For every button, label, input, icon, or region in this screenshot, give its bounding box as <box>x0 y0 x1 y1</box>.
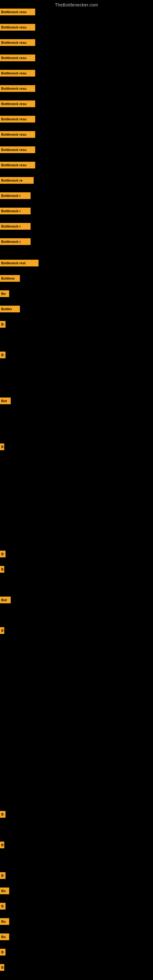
bottleneck-bar-19[interactable]: Bo <box>0 290 9 297</box>
bottleneck-bar-32[interactable]: Bo <box>0 888 9 894</box>
bottleneck-bar-29[interactable]: B <box>0 811 5 818</box>
bottleneck-bar-22[interactable]: B <box>0 352 5 358</box>
bottleneck-bar-6[interactable]: Bottleneck resu <box>0 85 35 92</box>
bottleneck-bar-8[interactable]: Bottleneck resu <box>0 116 35 123</box>
bottleneck-bar-33[interactable]: B <box>0 903 5 910</box>
bottleneck-bar-10[interactable]: Bottleneck resu <box>0 146 35 153</box>
site-title: TheBottlenecker.com <box>0 0 153 9</box>
bottleneck-bar-28[interactable]: B <box>0 627 4 634</box>
bottleneck-bar-5[interactable]: Bottleneck resu <box>0 70 35 76</box>
bottleneck-bar-27[interactable]: Bot <box>0 597 11 603</box>
bottleneck-bar-24[interactable]: B <box>0 444 4 450</box>
bottleneck-bar-25[interactable]: B <box>0 550 5 557</box>
bottleneck-bar-30[interactable]: B <box>0 842 4 848</box>
bottleneck-bar-12[interactable]: Bottleneck re <box>0 177 33 184</box>
bottleneck-bar-9[interactable]: Bottleneck resu <box>0 131 35 138</box>
bottleneck-bar-3[interactable]: Bottleneck resu <box>0 39 35 46</box>
bottleneck-bar-1[interactable]: Bottleneck resu <box>0 9 35 15</box>
bottleneck-bar-4[interactable]: Bottleneck resu <box>0 54 35 61</box>
bottleneck-bar-2[interactable]: Bottleneck resu <box>0 24 35 30</box>
bottleneck-bar-14[interactable]: Bottleneck r <box>0 208 30 215</box>
bottleneck-bar-7[interactable]: Bottleneck resu <box>0 100 35 107</box>
bottleneck-bar-20[interactable]: Bottler <box>0 305 20 312</box>
bottleneck-bar-15[interactable]: Bottleneck r <box>0 223 30 230</box>
bottleneck-bar-26[interactable]: B <box>0 566 4 573</box>
bottleneck-bar-34[interactable]: Bo <box>0 918 9 925</box>
bottleneck-bar-23[interactable]: Bot <box>0 398 11 404</box>
bottleneck-bar-37[interactable]: B <box>0 964 4 971</box>
bottleneck-bar-17[interactable]: Bottleneck rest <box>0 260 38 266</box>
bottleneck-bar-31[interactable]: B <box>0 872 5 879</box>
bottleneck-bar-35[interactable]: Bo <box>0 934 9 940</box>
bottleneck-bar-16[interactable]: Bottleneck r <box>0 238 30 245</box>
bottleneck-bar-18[interactable]: Bottlene <box>0 275 20 282</box>
bottleneck-bar-21[interactable]: B <box>0 321 5 328</box>
bottleneck-bar-13[interactable]: Bottleneck r <box>0 192 30 199</box>
bottleneck-bar-36[interactable]: B <box>0 949 5 956</box>
bottleneck-bar-11[interactable]: Bottleneck resu <box>0 162 35 169</box>
